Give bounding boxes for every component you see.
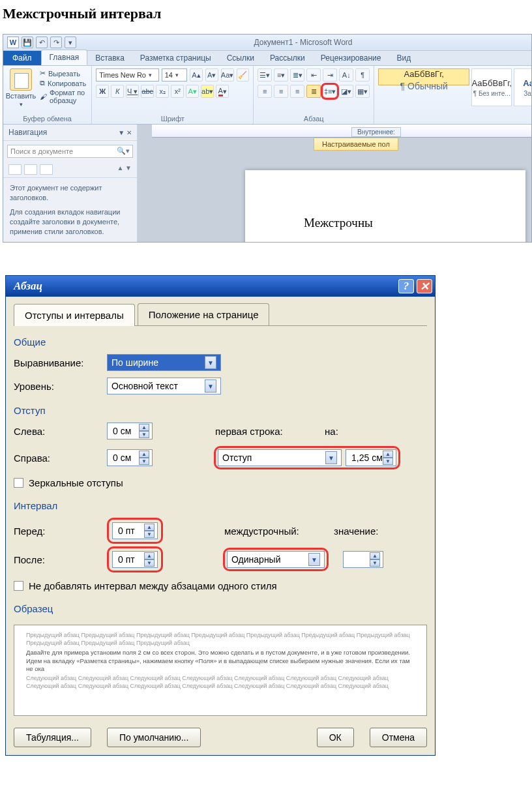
- line-spacing-value-spinner[interactable]: ▲▼: [343, 551, 383, 568]
- section-general: Общие: [14, 336, 427, 348]
- tab-page-layout[interactable]: Разметка страницы: [132, 51, 219, 65]
- line-spacing-select[interactable]: Одинарный▼: [227, 551, 325, 568]
- nav-tab-results[interactable]: [40, 164, 53, 175]
- increase-indent-button[interactable]: ⇥: [323, 68, 337, 82]
- cancel-button[interactable]: Отмена: [370, 728, 427, 747]
- justify-button[interactable]: ≣: [306, 85, 321, 98]
- style-no-spacing[interactable]: АаБбВвГг,¶ Без инте...: [471, 68, 512, 106]
- first-line-select[interactable]: Отступ▼: [218, 449, 342, 466]
- document-page[interactable]: Межстрочны: [245, 170, 525, 243]
- qat-undo-button[interactable]: ↶: [36, 37, 48, 48]
- dialog-help-button[interactable]: ?: [398, 279, 414, 293]
- qat-customize-button[interactable]: ▾: [65, 37, 76, 48]
- shrink-font-button[interactable]: A▾: [205, 68, 218, 82]
- borders-button[interactable]: ▦▾: [355, 85, 370, 98]
- outline-level-select[interactable]: Основной текст▼: [107, 378, 221, 394]
- group-styles: АаБбВвГг,¶ Обычный АаБбВвГг,¶ Без инте..…: [374, 66, 532, 124]
- nav-tab-pages[interactable]: [24, 164, 37, 175]
- no-space-same-style-checkbox[interactable]: Не добавлять интервал между абзацами одн…: [14, 580, 277, 591]
- tab-home[interactable]: Главная: [41, 50, 88, 65]
- tab-mailings[interactable]: Рассылки: [262, 51, 313, 65]
- clear-formatting-button[interactable]: 🧹: [237, 68, 250, 82]
- first-line-by-spinner[interactable]: 1,25 см▲▼: [346, 449, 396, 466]
- nav-collapse-icon[interactable]: ▲ ▼: [117, 164, 132, 175]
- subscript-button[interactable]: x₂: [156, 85, 169, 98]
- file-tab[interactable]: Файл: [3, 51, 41, 65]
- multilevel-button[interactable]: ≣▾: [290, 68, 304, 82]
- ok-button[interactable]: ОК: [317, 728, 354, 747]
- indent-left-spinner[interactable]: 0 см▲▼: [107, 423, 153, 439]
- section-indent: Отступ: [14, 405, 427, 416]
- tab-insert[interactable]: Вставка: [87, 51, 132, 65]
- inner-margin-label: Внутреннее:: [351, 127, 401, 137]
- brush-icon: 🖌: [40, 93, 47, 100]
- numbering-button[interactable]: ≡▾: [274, 68, 288, 82]
- line-spacing-label: междустрочный:: [224, 526, 329, 537]
- decrease-indent-button[interactable]: ⇤: [306, 68, 321, 82]
- line-spacing-highlight: Одинарный▼: [223, 548, 329, 571]
- nav-search-input[interactable]: Поиск в документе🔍▾: [7, 145, 133, 158]
- bold-button[interactable]: Ж: [96, 85, 109, 98]
- nav-info-2: Для создания вкладок навигации создайте …: [3, 207, 137, 242]
- qat-redo-button[interactable]: ↷: [50, 37, 62, 48]
- style-heading[interactable]: АаБбЗаголо: [514, 68, 532, 106]
- change-case-button[interactable]: Aa▾: [221, 68, 234, 82]
- window-title: Документ1 - Microsoft Word: [79, 38, 527, 47]
- document-area: Внутреннее: Настраиваемые пол Межстрочны: [138, 125, 531, 242]
- dialog-close-button[interactable]: ✕: [417, 279, 432, 293]
- checkbox-icon: [14, 581, 23, 591]
- alignment-label: Выравнивание:: [14, 357, 102, 368]
- sort-button[interactable]: A↓: [339, 68, 353, 82]
- superscript-button[interactable]: x²: [171, 85, 184, 98]
- nav-tab-headings[interactable]: [8, 164, 22, 175]
- custom-margins-button[interactable]: Настраиваемые пол: [314, 138, 398, 151]
- tabs-button[interactable]: Табуляция...: [14, 728, 91, 747]
- strikethrough-button[interactable]: abc: [141, 85, 154, 98]
- align-right-button[interactable]: ≡: [290, 85, 304, 98]
- cut-button[interactable]: ✂Вырезать: [38, 68, 87, 78]
- indent-left-label: Слева:: [14, 426, 102, 437]
- after-highlight: 0 пт▲▼: [107, 546, 163, 572]
- by-label: на:: [325, 426, 357, 437]
- paste-button[interactable]: Вставить▾: [7, 68, 35, 108]
- tab-indents-spacing[interactable]: Отступы и интервалы: [14, 304, 135, 326]
- font-color-button[interactable]: A▾: [216, 85, 229, 98]
- font-name-combo[interactable]: Times New Ro▾: [96, 68, 158, 82]
- group-clipboard: Вставить▾ ✂Вырезать ⧉Копировать 🖌Формат …: [3, 66, 92, 124]
- tab-view[interactable]: Вид: [389, 51, 419, 65]
- highlight-button[interactable]: ab▾: [201, 85, 214, 98]
- indent-right-label: Справа:: [14, 453, 102, 464]
- italic-button[interactable]: К: [111, 85, 124, 98]
- tab-line-breaks[interactable]: Положение на странице: [138, 303, 270, 325]
- section-spacing: Интервал: [14, 500, 427, 511]
- tab-review[interactable]: Рецензирование: [313, 51, 389, 65]
- copy-button[interactable]: ⧉Копировать: [38, 78, 87, 88]
- app-icon: W: [7, 37, 19, 48]
- horizontal-ruler[interactable]: [152, 125, 531, 138]
- style-normal[interactable]: АаБбВвГг,¶ Обычный: [378, 68, 469, 85]
- tab-references[interactable]: Ссылки: [219, 51, 262, 65]
- indent-right-spinner[interactable]: 0 см▲▼: [107, 449, 153, 466]
- grow-font-button[interactable]: A▴: [190, 68, 203, 82]
- qat-save-button[interactable]: 💾: [22, 37, 33, 48]
- dialog-titlebar: Абзац ? ✕: [6, 276, 435, 297]
- align-center-button[interactable]: ≡: [274, 85, 288, 98]
- bullets-button[interactable]: ☰▾: [258, 68, 272, 82]
- space-after-spinner[interactable]: 0 пт▲▼: [112, 551, 158, 568]
- alignment-select[interactable]: По ширине▼: [107, 354, 221, 371]
- shading-button[interactable]: ◪▾: [339, 85, 353, 98]
- align-left-button[interactable]: ≡: [258, 85, 272, 98]
- font-size-combo[interactable]: 14▾: [162, 68, 187, 82]
- line-spacing-button[interactable]: ‡≡▾: [323, 85, 337, 98]
- text-effects-button[interactable]: A▾: [186, 85, 199, 98]
- first-line-label: первая строка:: [215, 426, 319, 437]
- show-marks-button[interactable]: ¶: [355, 68, 370, 82]
- format-painter-button[interactable]: 🖌Формат по образцу: [38, 88, 87, 105]
- underline-button[interactable]: Ч ▾: [126, 85, 139, 98]
- chevron-down-icon: ▼: [325, 451, 337, 464]
- space-before-spinner[interactable]: 0 пт▲▼: [112, 522, 158, 539]
- set-default-button[interactable]: По умолчанию...: [107, 728, 201, 747]
- mirror-indents-checkbox[interactable]: Зеркальные отступы: [14, 477, 123, 488]
- nav-dropdown-icon[interactable]: ▼ ✕: [118, 129, 132, 136]
- paste-icon: [10, 68, 32, 91]
